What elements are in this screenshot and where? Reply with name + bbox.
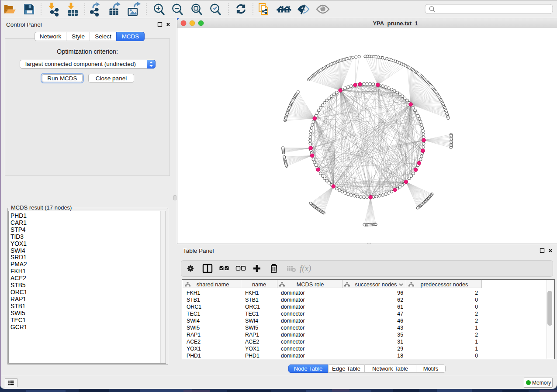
svg-text:f(x): f(x) <box>300 264 311 273</box>
